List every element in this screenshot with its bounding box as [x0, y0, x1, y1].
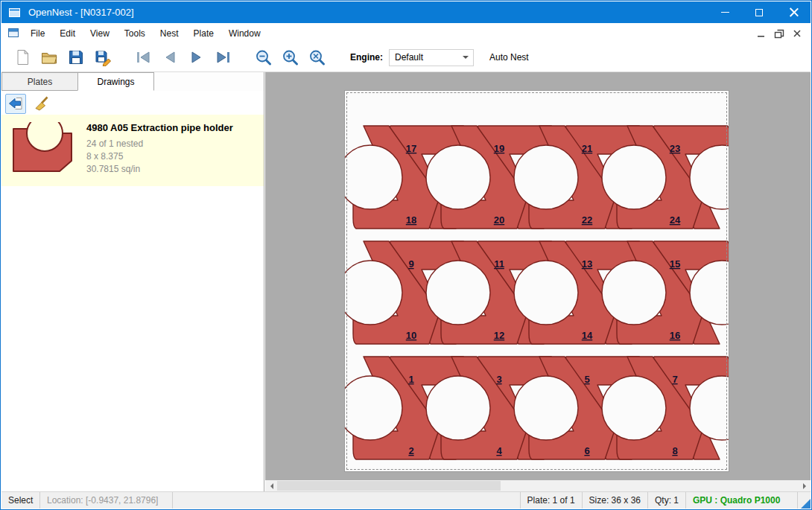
part-number: 18: [406, 214, 416, 226]
part-number: 12: [494, 330, 504, 341]
zoom-out-button[interactable]: [250, 45, 277, 69]
drawing-nested-count: 24 of 1 nested: [86, 138, 233, 150]
pipe-notch: [345, 261, 402, 325]
part-number: 22: [582, 214, 592, 226]
engine-dropdown[interactable]: Default: [389, 49, 474, 66]
part-number: 14: [582, 330, 593, 341]
mode-status: Select: [1, 492, 40, 509]
import-drawing-button[interactable]: [5, 94, 26, 114]
part-number: 16: [670, 330, 680, 341]
mdi-restore-button[interactable]: [770, 26, 788, 41]
clean-drawings-button[interactable]: [31, 94, 52, 114]
open-file-button[interactable]: [36, 45, 63, 69]
minimize-button[interactable]: [708, 1, 742, 23]
drawing-size: 8 x 8.375: [86, 150, 233, 163]
maximize-icon: [755, 9, 763, 16]
horizontal-scrollbar[interactable]: [265, 480, 811, 491]
minimize-icon: [721, 12, 729, 13]
part-number: 23: [670, 143, 680, 154]
drawing-list-item[interactable]: 4980 A05 Extraction pipe holder 24 of 1 …: [1, 115, 264, 186]
scroll-left-button[interactable]: [265, 480, 277, 491]
scrollbar-thumb[interactable]: [277, 481, 501, 491]
mdi-minimize-icon: [755, 27, 768, 40]
pipe-notch: [514, 145, 578, 209]
arrow-left-icon: [267, 483, 273, 489]
save-edit-icon: [94, 48, 112, 66]
statusbar: Select Location: [-0.9437, 21.8796] Plat…: [1, 491, 811, 509]
save-icon: [67, 48, 85, 66]
go-first-button[interactable]: [130, 45, 156, 69]
go-previous-icon: [160, 48, 180, 66]
part-number: 8: [672, 445, 677, 456]
sidebar-tabstrip: Plates Drawings: [1, 72, 264, 91]
menu-view[interactable]: View: [83, 25, 117, 42]
zoom-fit-button[interactable]: [304, 45, 331, 69]
main-toolbar: Engine: Default Auto Nest: [1, 43, 811, 72]
save-edit-button[interactable]: [89, 45, 116, 69]
nest-canvas[interactable]: 171819202122232491011121314151612345678: [265, 72, 811, 491]
open-folder-icon: [40, 48, 58, 66]
part-number: 7: [672, 374, 677, 385]
import-drawing-icon: [7, 95, 24, 112]
statusbar-end: [797, 492, 811, 509]
go-last-button[interactable]: [210, 45, 237, 69]
menu-plate[interactable]: Plate: [186, 25, 221, 42]
part-number: 15: [670, 258, 680, 270]
zoom-in-icon: [281, 48, 300, 66]
mdi-document-icon: [7, 28, 19, 39]
close-button[interactable]: [776, 1, 811, 23]
menu-tools[interactable]: Tools: [117, 25, 153, 42]
pipe-notch: [345, 145, 402, 209]
sidebar: Plates Drawings 4980 A05 Extraction pipe…: [1, 72, 264, 491]
part-number: 13: [582, 258, 592, 270]
pipe-notch: [602, 261, 666, 325]
part-number: 20: [494, 214, 504, 226]
new-document-icon: [13, 48, 31, 66]
pipe-notch: [345, 376, 402, 440]
zoom-fit-icon: [308, 48, 327, 66]
part-number: 9: [408, 258, 413, 270]
menu-nest[interactable]: Nest: [153, 25, 186, 42]
mdi-minimize-button[interactable]: [752, 26, 770, 41]
maximize-button[interactable]: [742, 1, 776, 23]
tab-plates[interactable]: Plates: [1, 72, 78, 91]
auto-nest-button[interactable]: Auto Nest: [483, 48, 536, 66]
go-next-button[interactable]: [183, 45, 210, 69]
gpu-status: GPU : Quadro P1000: [685, 492, 797, 509]
part-number: 10: [406, 330, 416, 341]
plate-size-status: Size: 36 x 36: [582, 492, 647, 509]
part-thumbnail: [10, 122, 74, 176]
part-number: 4: [496, 445, 502, 456]
plate[interactable]: 171819202122232491011121314151612345678: [344, 90, 729, 472]
drawing-area: 30.7815 sq/in: [86, 163, 233, 176]
window-title: OpenNest - [N0317-002]: [28, 7, 134, 18]
resize-grip[interactable]: [801, 499, 811, 509]
menubar: File Edit View Tools Nest Plate Window: [1, 23, 811, 43]
go-next-icon: [187, 48, 206, 66]
part-number: 11: [494, 258, 504, 270]
pipe-notch: [426, 261, 490, 325]
drawings-toolbar: [1, 91, 264, 115]
cursor-location: Location: [-0.9437, 21.8796]: [40, 492, 173, 509]
pipe-notch: [514, 376, 578, 440]
menu-file[interactable]: File: [23, 25, 52, 42]
part-number: 17: [406, 143, 416, 154]
menu-window[interactable]: Window: [221, 25, 268, 42]
part-number: 3: [496, 374, 501, 385]
menu-edit[interactable]: Edit: [52, 25, 83, 42]
new-document-button[interactable]: [9, 45, 36, 69]
save-button[interactable]: [63, 45, 89, 69]
broom-icon: [34, 95, 50, 112]
go-previous-button[interactable]: [156, 45, 183, 69]
close-icon: [789, 7, 799, 17]
tab-drawings[interactable]: Drawings: [77, 72, 154, 91]
pipe-notch: [602, 145, 666, 209]
zoom-in-button[interactable]: [277, 45, 304, 69]
engine-value: Default: [390, 52, 463, 63]
zoom-out-icon: [254, 48, 273, 66]
scroll-right-button[interactable]: [799, 480, 811, 491]
opennest-window: { "titlebar": { "title": "OpenNest - [N0…: [0, 0, 812, 510]
mdi-close-button[interactable]: [788, 26, 806, 41]
nest-drawing: 171819202122232491011121314151612345678: [345, 91, 729, 471]
engine-label: Engine:: [350, 52, 383, 63]
